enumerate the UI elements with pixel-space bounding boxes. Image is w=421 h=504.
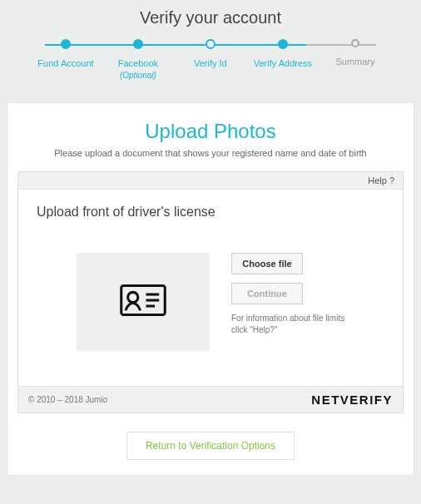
help-link[interactable]: Help ?	[18, 172, 403, 190]
upload-prompt: Upload front of driver's license	[37, 205, 384, 220]
step-verify-id[interactable]: Verify Id	[181, 39, 240, 82]
copyright-text: © 2010 – 2018 Jumio	[28, 395, 107, 404]
file-limits-hint: For information about file limits click …	[231, 313, 348, 336]
step-dot-icon	[61, 39, 71, 49]
step-summary: Summary	[326, 39, 384, 82]
step-dot-current-icon	[206, 39, 215, 49]
card-title: Upload Photos	[17, 120, 404, 143]
card-subtitle: Please upload a document that shows your…	[17, 148, 404, 158]
step-sublabel: (Optional)	[120, 71, 156, 80]
page-title: Verify your account	[0, 0, 421, 39]
continue-button[interactable]: Continue	[231, 283, 303, 304]
step-dot-future-icon	[351, 39, 359, 47]
step-dot-icon	[278, 39, 288, 49]
step-fund-account[interactable]: Fund Account	[37, 39, 95, 82]
step-dot-icon	[133, 39, 143, 49]
netverify-logo: NETVERIFY	[311, 393, 393, 407]
upload-card: Upload Photos Please upload a document t…	[7, 102, 414, 476]
svg-point-1	[128, 292, 138, 302]
return-to-options-button[interactable]: Return to Verification Options	[126, 432, 295, 460]
step-label: Facebook (Optional)	[118, 57, 158, 82]
step-label: Fund Account	[37, 57, 93, 69]
progress-stepper: Fund Account Facebook (Optional) Verify …	[37, 39, 384, 81]
step-label: Verify Address	[254, 57, 312, 69]
step-label: Summary	[335, 56, 374, 67]
document-preview	[77, 253, 210, 351]
choose-file-button[interactable]: Choose file	[231, 253, 303, 274]
id-card-icon	[120, 283, 166, 321]
step-facebook[interactable]: Facebook (Optional)	[109, 39, 167, 82]
step-verify-address[interactable]: Verify Address	[254, 39, 312, 82]
step-label: Verify Id	[194, 57, 227, 69]
upload-widget: Help ? Upload front of driver's license	[17, 171, 404, 413]
